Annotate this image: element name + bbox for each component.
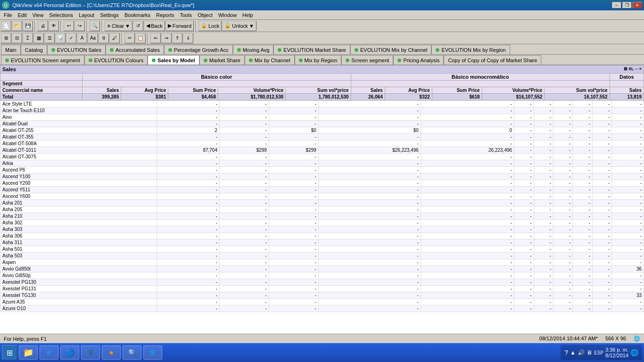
tab-screen-segment[interactable]: Screen segment (341, 55, 393, 65)
row-data-cell: - (592, 299, 611, 305)
tab-catalog[interactable]: Catalog (21, 45, 47, 54)
window-controls[interactable]: ─ ❐ ✕ (612, 2, 642, 8)
row-data-cell: - (592, 173, 611, 180)
row-data-cell: - (514, 226, 534, 233)
tab-sales-by-model[interactable]: Sales by Model (148, 55, 199, 65)
tab-evolution-mix-region[interactable]: EVOLUTION Mix by Region (431, 45, 510, 54)
tab-mix-channel[interactable]: Mix by Channel (245, 55, 295, 65)
menu-layout[interactable]: Layout (76, 11, 97, 19)
tb2-btn17[interactable]: ⇓ (183, 33, 193, 43)
tab-percentage-growth[interactable]: Percentage Growth Acc (164, 45, 233, 54)
taskbar-app-search[interactable]: 🔍 (123, 346, 141, 360)
tab-market-share[interactable]: Market Share (199, 55, 245, 65)
network-tray-icon: ▲ (570, 349, 576, 356)
taskbar-app-excel[interactable]: X (81, 346, 100, 360)
tab-evolution-screen[interactable]: EVOLUTION Screen segment (1, 55, 84, 65)
tab-evolution-market-share[interactable]: EVOLUTION Market Share (273, 45, 350, 54)
tb2-btn8[interactable]: A (77, 33, 87, 43)
redo-button[interactable]: ↪ (74, 21, 85, 31)
total-volume-price-2: $16,107,552 (482, 94, 545, 100)
clear-button[interactable]: ⊗ Clear ▼ (105, 21, 132, 31)
open-button[interactable]: 📂 (12, 21, 22, 31)
menu-tools[interactable]: Tools (177, 11, 195, 19)
menu-help[interactable]: Help (239, 11, 256, 19)
print-button[interactable]: 🖨 (38, 21, 48, 31)
tb2-btn13[interactable]: 📋 (135, 33, 146, 43)
taskbar-app-chrome[interactable]: 🔵 (60, 346, 79, 360)
forward-button[interactable]: ▶ Forward (165, 21, 194, 31)
taskbar-app-explorer[interactable]: 📁 (19, 346, 38, 360)
tab-evolution-sales[interactable]: EVOLUTION Sales (47, 45, 106, 54)
row-data-cell: - (514, 206, 534, 213)
row-data-cell: - (157, 239, 220, 246)
row-data-cell: - (573, 292, 592, 299)
tb2-btn4[interactable]: ▦ (33, 33, 44, 43)
save-button[interactable]: 💾 (23, 21, 33, 31)
undo-button[interactable]: ↩ (64, 21, 74, 31)
tab-market-share-label: Market Share (209, 58, 240, 63)
row-data-cell: 87,704 (157, 147, 220, 154)
tb2-btn3[interactable]: Σ (23, 33, 33, 43)
tab-main[interactable]: Main (1, 45, 21, 54)
tab-mix-region[interactable]: Mix by Region (295, 55, 342, 65)
table-container[interactable]: Sales⊠ XL ─ × Básico color Básico monocr… (0, 65, 644, 334)
tab-evolution-mix-channel[interactable]: EVOLUTION Mix by Channel (350, 45, 431, 54)
row-data-cell: - (421, 246, 514, 253)
row-data-cell: - (157, 292, 220, 299)
excel-icon: X (88, 349, 92, 356)
tb2-btn9[interactable]: Aa (88, 33, 98, 43)
row-data-cell: - (553, 114, 573, 121)
menu-edit[interactable]: Edit (15, 11, 30, 19)
tab-accumulated-sales[interactable]: Accumulated Sales (106, 45, 164, 54)
row-commercial-name: Asha 501 (0, 246, 157, 253)
tb2-btn12[interactable]: ✂ (124, 33, 135, 43)
menu-view[interactable]: View (30, 11, 47, 19)
taskbar-app-skype[interactable]: S (143, 346, 162, 360)
tab-evolution-colours[interactable]: EVOLUTION Colours (84, 55, 148, 65)
menu-file[interactable]: File (1, 11, 15, 19)
tb2-btn15[interactable]: ⇒ (161, 33, 172, 43)
tb2-btn10[interactable]: ⏸ (99, 33, 109, 43)
tab-copy-market-share[interactable]: Copy of Copy of Copy of Market Share (444, 55, 541, 65)
taskbar-app-ie[interactable]: e (40, 346, 58, 360)
menu-selections[interactable]: Selections (46, 11, 76, 19)
row-data-cell: - (157, 266, 220, 272)
tb2-btn11[interactable]: 🖊 (109, 33, 120, 43)
back-button[interactable]: ◀ Back (144, 21, 165, 31)
row-data-cell: - (219, 292, 269, 299)
tb2-btn5[interactable]: ☰ (44, 33, 55, 43)
unlock-button[interactable]: 🔓 Unlock ▼ (222, 21, 256, 31)
tray-date-value: 8/12/2014 (605, 353, 628, 358)
menu-reports[interactable]: Reports (153, 11, 177, 19)
preview-button[interactable]: 👁 (49, 21, 59, 31)
table-row: Alcatel Dual----------- (0, 121, 644, 127)
new-button[interactable]: 📄 (1, 21, 11, 31)
menu-bookmarks[interactable]: Bookmarks (122, 11, 153, 19)
row-data-cell: - (157, 299, 220, 305)
row-data-cell: - (612, 147, 644, 154)
row-data-cell: - (612, 226, 644, 233)
row-data-cell: - (269, 213, 318, 220)
minimize-button[interactable]: ─ (612, 2, 621, 8)
tab-accumulated-sales-dot (110, 48, 114, 52)
tb2-btn2[interactable]: ⊟ (12, 33, 22, 43)
menu-settings[interactable]: Settings (97, 11, 122, 19)
tb2-btn14[interactable]: ⇐ (150, 33, 161, 43)
menu-object[interactable]: Object (195, 11, 215, 19)
menu-window[interactable]: Window (215, 11, 239, 19)
tab-pricing-analysis[interactable]: Pricing Analysis (393, 55, 444, 65)
start-button[interactable]: ⊞ (2, 345, 17, 360)
tb2-btn1[interactable]: ⊞ (1, 33, 11, 43)
close-button[interactable]: ✕ (633, 2, 642, 8)
tab-evolution-market-share-label: EVOLUTION Market Share (283, 47, 346, 53)
lock-button[interactable]: 🔒 Lock (198, 21, 222, 31)
find-button[interactable]: 🔍 (90, 21, 100, 31)
reload-button[interactable]: ↺ (133, 21, 143, 31)
tb2-btn16[interactable]: ⇑ (172, 33, 182, 43)
row-data-cell: - (553, 299, 573, 305)
tb2-btn7[interactable]: ✓ (66, 33, 76, 43)
tb2-btn6[interactable]: 📊 (55, 33, 66, 43)
taskbar-app-orange[interactable]: ● (102, 346, 121, 360)
tab-moving-avg[interactable]: Moving Avg (233, 45, 274, 54)
restore-button[interactable]: ❐ (622, 2, 632, 8)
